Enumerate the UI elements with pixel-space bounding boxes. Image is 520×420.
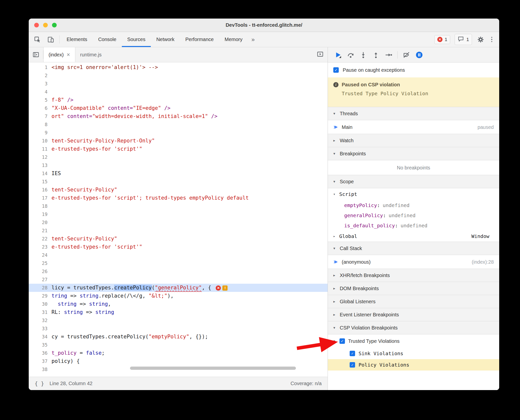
close-button[interactable]: [34, 23, 39, 27]
issues-badge[interactable]: 1: [455, 34, 472, 45]
line-number[interactable]: 11: [29, 145, 52, 153]
line-number[interactable]: 25: [29, 259, 52, 267]
step-over-button[interactable]: [347, 51, 354, 59]
line-number[interactable]: 32: [29, 316, 52, 325]
line-number[interactable]: 1: [29, 63, 52, 71]
pause-on-exceptions-button[interactable]: [416, 51, 423, 59]
settings-icon[interactable]: [476, 35, 485, 44]
navigator-toggle-icon[interactable]: [29, 47, 43, 62]
pause-on-caught-checkbox[interactable]: ✓: [333, 67, 339, 73]
line-number[interactable]: 35: [29, 341, 52, 349]
horizontal-scrollbar[interactable]: [130, 367, 296, 370]
line-number[interactable]: 17: [29, 194, 52, 202]
line-number[interactable]: 15: [29, 178, 52, 186]
deactivate-breakpoints-button[interactable]: [403, 51, 410, 59]
line-number[interactable]: 33: [29, 325, 52, 333]
line-number[interactable]: 8: [29, 120, 52, 129]
line-number[interactable]: 18: [29, 202, 52, 210]
line-number[interactable]: 34: [29, 333, 52, 341]
line-number[interactable]: 2: [29, 71, 52, 80]
line-number[interactable]: 4: [29, 88, 52, 96]
scope-variable[interactable]: generalPolicy undefined: [328, 210, 499, 220]
line-number[interactable]: 9: [29, 129, 52, 137]
section-xhr-breakpoints[interactable]: ▸ XHR/fetch Breakpoints: [328, 269, 499, 282]
tab-network[interactable]: Network: [151, 32, 180, 47]
scope-variable[interactable]: emptyPolicy undefined: [328, 200, 499, 210]
line-number[interactable]: 29: [29, 292, 52, 300]
code-line: 3: [29, 80, 328, 88]
section-global-listeners[interactable]: ▸ Global Listeners: [328, 295, 499, 308]
line-number[interactable]: 20: [29, 218, 52, 227]
step-into-button[interactable]: [360, 51, 367, 59]
scope-variable[interactable]: is_default_policy undefined: [328, 220, 499, 231]
scope-script-row[interactable]: ▾ Script: [328, 188, 499, 200]
section-watch[interactable]: ▸ Watch: [328, 134, 499, 147]
line-number[interactable]: 14: [29, 169, 52, 178]
zoom-button[interactable]: [52, 23, 57, 27]
line-number[interactable]: 19: [29, 210, 52, 218]
line-number[interactable]: 10: [29, 137, 52, 145]
tab-close-icon[interactable]: ×: [67, 52, 70, 58]
line-number[interactable]: 12: [29, 153, 52, 161]
code-line: 33: [29, 325, 328, 333]
policy-violations-checkbox[interactable]: ✓: [350, 362, 355, 368]
pause-on-caught-row[interactable]: ✓ Pause on caught exceptions: [328, 63, 499, 77]
line-number[interactable]: 13: [29, 161, 52, 169]
line-number[interactable]: 26: [29, 267, 52, 276]
section-event-listener-breakpoints[interactable]: ▸ Event Listener Breakpoints: [328, 308, 499, 321]
trusted-type-violations-row[interactable]: ▾ ✓ Trusted Type Violations: [328, 334, 499, 348]
line-number[interactable]: 16: [29, 186, 52, 194]
inspect-icon[interactable]: [33, 35, 42, 44]
step-button[interactable]: [385, 51, 392, 59]
code-editor[interactable]: 1<img src=1 onerror='alert(1)'> -->2345f…: [29, 62, 328, 377]
line-number[interactable]: 27: [29, 276, 52, 284]
line-number[interactable]: 30: [29, 300, 52, 308]
section-dom-breakpoints[interactable]: ▸ DOM Breakpoints: [328, 282, 499, 295]
thread-main-row[interactable]: Main paused: [328, 120, 499, 134]
tab-elements[interactable]: Elements: [61, 32, 93, 47]
tab-console[interactable]: Console: [93, 32, 122, 47]
more-tabs-icon[interactable]: »: [248, 32, 258, 47]
line-number[interactable]: 23: [29, 243, 52, 251]
code-text: f-8" />: [52, 96, 328, 104]
section-breakpoints[interactable]: ▾ Breakpoints: [328, 147, 499, 160]
sink-violations-checkbox[interactable]: ✓: [350, 351, 355, 356]
file-tab-index[interactable]: (index) ×: [43, 47, 75, 62]
line-number[interactable]: 37: [29, 357, 52, 365]
line-number[interactable]: 21: [29, 227, 52, 235]
line-number[interactable]: 22: [29, 235, 52, 243]
tab-sources[interactable]: Sources: [122, 32, 151, 47]
step-out-button[interactable]: [372, 51, 380, 59]
section-csp-violation-breakpoints[interactable]: ▾ CSP Violation Breakpoints: [328, 321, 499, 334]
tab-performance[interactable]: Performance: [180, 32, 219, 47]
line-number[interactable]: 31: [29, 308, 52, 316]
device-toolbar-icon[interactable]: [47, 35, 55, 44]
scope-global-row[interactable]: ▸ Global Window: [328, 231, 499, 242]
line-number[interactable]: 5: [29, 96, 52, 104]
line-number[interactable]: 24: [29, 251, 52, 259]
code-line: 23e-trusted-types-for 'script'": [29, 243, 328, 251]
file-tab-runtime[interactable]: runtime.js: [75, 47, 107, 62]
line-number[interactable]: 6: [29, 104, 52, 112]
line-number[interactable]: 3: [29, 80, 52, 88]
line-number[interactable]: 7: [29, 112, 52, 120]
sidebar-toggle-right-icon[interactable]: [317, 51, 324, 59]
error-badge[interactable]: ✕ 1: [434, 35, 450, 44]
code-token: "X-UA-Compatible": [52, 105, 108, 111]
more-options-icon[interactable]: [489, 35, 494, 44]
line-number[interactable]: 38: [29, 365, 52, 373]
section-label: CSP Violation Breakpoints: [340, 325, 398, 331]
line-number[interactable]: 28: [29, 284, 52, 292]
section-call-stack[interactable]: ▾ Call Stack: [328, 242, 499, 255]
line-number[interactable]: 36: [29, 349, 52, 357]
resume-button[interactable]: [334, 51, 342, 59]
minimize-button[interactable]: [43, 23, 48, 27]
section-threads[interactable]: ▾ Threads: [328, 107, 499, 120]
section-scope[interactable]: ▾ Scope: [328, 175, 499, 188]
pretty-print-icon[interactable]: { }: [35, 381, 44, 387]
policy-violations-row[interactable]: ✓ Policy Violations: [328, 359, 499, 371]
tab-memory[interactable]: Memory: [219, 32, 248, 47]
code-text: ort" content="width=device-width, initia…: [52, 112, 328, 120]
call-stack-frame[interactable]: (anonymous) (index):28: [328, 255, 499, 269]
sink-violations-row[interactable]: ✓ Sink Violations: [328, 348, 499, 359]
